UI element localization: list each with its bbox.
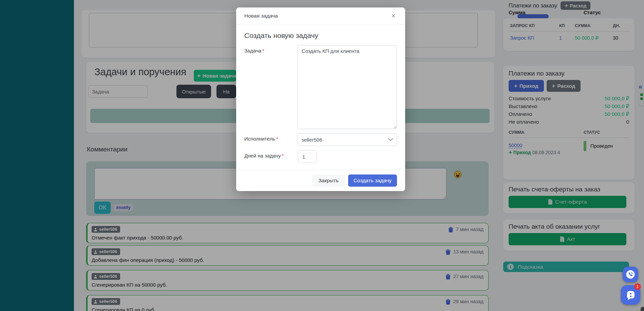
close-icon[interactable]: × bbox=[390, 11, 397, 21]
modal-footer: Закрыть Создать задачу bbox=[236, 170, 405, 191]
chat-bubble-icon bbox=[625, 289, 637, 301]
days-input[interactable] bbox=[298, 150, 317, 163]
task-field-label: Задача* bbox=[244, 45, 297, 129]
modal-close-button[interactable]: Закрыть bbox=[312, 174, 345, 187]
required-asterisk: * bbox=[276, 136, 278, 142]
task-description-textarea[interactable]: Создать КП для клиента bbox=[297, 45, 397, 129]
modal-body: Создать новую задачу Задача* Создать КП … bbox=[236, 25, 405, 170]
viber-call-button[interactable] bbox=[623, 267, 638, 282]
app-root: Задачи и поручения + Новая задача Открыт… bbox=[0, 0, 644, 311]
assignee-field-label: Исполнитель* bbox=[244, 133, 297, 146]
notification-badge: 1 bbox=[634, 283, 641, 290]
modal-title: Новая задача bbox=[244, 13, 278, 19]
required-asterisk: * bbox=[262, 48, 264, 54]
assignee-selected-value: seller506 bbox=[302, 137, 322, 143]
chevron-down-icon bbox=[388, 138, 393, 142]
modal-header: Новая задача × bbox=[236, 7, 405, 25]
new-task-modal: Новая задача × Создать новую задачу Зада… bbox=[236, 7, 405, 191]
required-asterisk: * bbox=[282, 153, 284, 159]
modal-heading: Создать новую задачу bbox=[244, 32, 397, 40]
phone-icon bbox=[625, 269, 636, 279]
days-field-label: Дней на задачу* bbox=[244, 150, 298, 163]
assignee-select[interactable]: seller506 bbox=[297, 133, 397, 146]
modal-submit-button[interactable]: Создать задачу bbox=[348, 174, 397, 187]
